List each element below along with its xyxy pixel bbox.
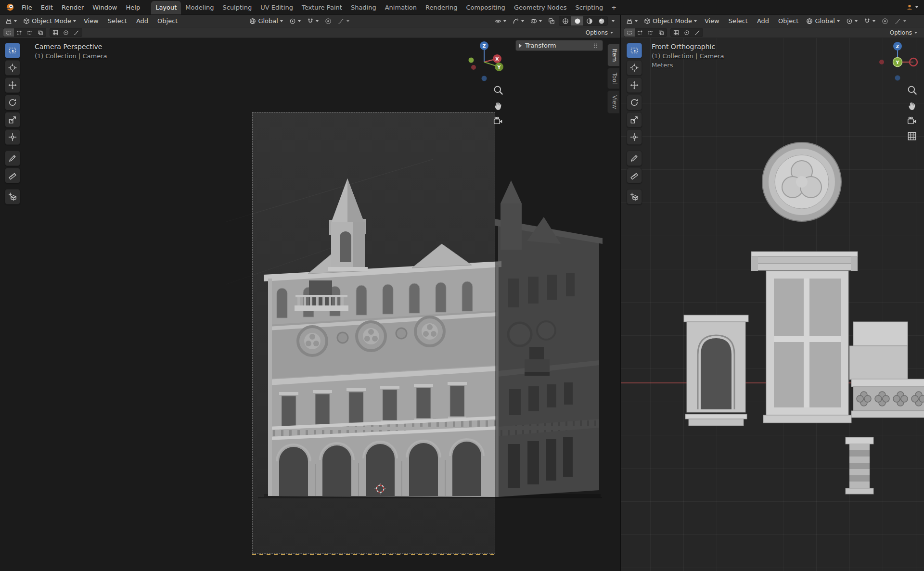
orientation-dropdown[interactable]: Global (247, 16, 285, 25)
rotate-tool-button[interactable] (5, 95, 20, 110)
cornice-model[interactable] (751, 252, 858, 271)
menu-render[interactable]: Render (57, 2, 88, 13)
measure-tool-button[interactable] (627, 168, 642, 183)
tool-option-button[interactable] (61, 28, 71, 37)
cursor-tool-button[interactable] (5, 60, 20, 76)
balustrade-model[interactable] (851, 379, 924, 418)
annotate-tool-button[interactable] (5, 151, 20, 166)
proportional-editing-toggle[interactable] (879, 17, 891, 25)
menu-file[interactable]: File (17, 2, 37, 13)
select-mode-subtract-button[interactable] (25, 28, 35, 37)
drag-grip-icon[interactable] (592, 42, 599, 49)
tab-uv-editing[interactable]: UV Editing (256, 1, 297, 14)
tab-animation[interactable]: Animation (381, 1, 421, 14)
move-tool-button[interactable] (5, 77, 20, 93)
shading-wireframe-button[interactable] (559, 16, 571, 25)
scale-tool-button[interactable] (5, 112, 20, 127)
scene-icon[interactable] (906, 4, 913, 11)
select-box-tool-button[interactable] (627, 43, 642, 58)
menu-object[interactable]: Object (154, 16, 181, 25)
tab-modeling[interactable]: Modeling (181, 1, 218, 14)
tab-tool[interactable]: Tool (607, 68, 619, 89)
mode-dropdown[interactable]: Object Mode (642, 16, 699, 25)
editor-type-button[interactable] (624, 17, 640, 25)
transform-tool-button[interactable] (5, 129, 20, 145)
measure-tool-button[interactable] (5, 168, 20, 183)
tool-option-button[interactable] (71, 28, 82, 37)
scale-tool-button[interactable] (627, 112, 642, 127)
pivot-dropdown[interactable] (844, 17, 860, 25)
menu-view[interactable]: View (701, 16, 723, 25)
tab-sculpting[interactable]: Sculpting (218, 1, 256, 14)
tool-option-button[interactable] (692, 28, 703, 37)
arch-model[interactable] (684, 315, 748, 426)
viewport-camera[interactable]: Object Mode View Select Add Object Globa… (0, 15, 621, 571)
tab-texture-paint[interactable]: Texture Paint (297, 1, 346, 14)
visibility-dropdown[interactable] (492, 17, 509, 25)
snap-toggle[interactable] (305, 17, 321, 25)
gizmos-dropdown[interactable] (510, 17, 526, 25)
select-mode-extend-button[interactable] (14, 28, 25, 37)
options-dropdown[interactable]: Options (582, 28, 617, 37)
options-dropdown[interactable]: Options (886, 28, 921, 37)
tool-option-button[interactable] (671, 28, 681, 37)
transform-panel-header[interactable]: Transform (515, 40, 603, 51)
tab-rendering[interactable]: Rendering (421, 1, 462, 14)
navigation-gizmo[interactable]: Z Y (874, 39, 921, 85)
shading-dropdown[interactable] (609, 19, 617, 23)
add-cube-tool-button[interactable] (5, 189, 20, 204)
camera-view-icon[interactable] (492, 114, 504, 127)
zoom-icon[interactable] (906, 84, 918, 96)
cursor-tool-button[interactable] (627, 60, 642, 76)
camera-view-icon[interactable] (906, 114, 918, 127)
rotate-tool-button[interactable] (627, 95, 642, 110)
select-mode-intersect-button[interactable] (35, 28, 46, 37)
block-models[interactable] (849, 322, 908, 380)
mode-dropdown[interactable]: Object Mode (21, 16, 78, 25)
annotate-tool-button[interactable] (627, 151, 642, 166)
shading-rendered-button[interactable] (595, 16, 607, 25)
menu-add[interactable]: Add (753, 16, 773, 25)
select-mode-new-button[interactable] (3, 28, 14, 37)
navigation-gizmo[interactable]: Z X Y (461, 39, 507, 85)
select-mode-extend-button[interactable] (635, 28, 645, 37)
transform-tool-button[interactable] (627, 129, 642, 145)
add-cube-tool-button[interactable] (627, 189, 642, 204)
tool-option-button[interactable] (681, 28, 692, 37)
blender-logo-icon[interactable] (3, 3, 17, 12)
menu-help[interactable]: Help (122, 2, 145, 13)
menu-select[interactable]: Select (725, 16, 752, 25)
shading-material-button[interactable] (583, 16, 595, 25)
overlays-dropdown[interactable] (528, 17, 544, 25)
building-model[interactable] (0, 15, 621, 571)
shading-solid-button[interactable] (571, 16, 583, 25)
select-mode-intersect-button[interactable] (656, 28, 667, 37)
window-model[interactable] (763, 271, 851, 423)
tab-item[interactable]: Item (607, 44, 619, 66)
perspective-toggle-icon[interactable] (906, 130, 918, 142)
menu-add[interactable]: Add (132, 16, 152, 25)
menu-select[interactable]: Select (104, 16, 131, 25)
add-workspace-button[interactable]: + (607, 1, 620, 14)
select-box-tool-button[interactable] (5, 43, 20, 58)
pivot-dropdown[interactable] (287, 17, 303, 25)
rosette-model[interactable] (762, 142, 841, 221)
falloff-dropdown[interactable] (335, 17, 352, 25)
orientation-dropdown[interactable]: Global (804, 16, 842, 25)
tab-scripting[interactable]: Scripting (571, 1, 608, 14)
snap-toggle[interactable] (861, 17, 878, 25)
menu-window[interactable]: Window (88, 2, 121, 13)
proportional-editing-toggle[interactable] (322, 17, 334, 25)
tab-shading[interactable]: Shading (346, 1, 381, 14)
tab-layout[interactable]: Layout (151, 1, 181, 14)
select-mode-new-button[interactable] (624, 28, 635, 37)
tab-compositing[interactable]: Compositing (462, 1, 510, 14)
tab-geometry-nodes[interactable]: Geometry Nodes (510, 1, 571, 14)
menu-view[interactable]: View (80, 16, 103, 25)
pan-hand-icon[interactable] (492, 99, 504, 112)
menu-edit[interactable]: Edit (37, 2, 57, 13)
move-tool-button[interactable] (627, 77, 642, 93)
viewport-front-ortho[interactable]: Object Mode View Select Add Object Globa… (621, 15, 924, 571)
pan-hand-icon[interactable] (906, 99, 918, 112)
editor-type-button[interactable] (3, 17, 19, 25)
